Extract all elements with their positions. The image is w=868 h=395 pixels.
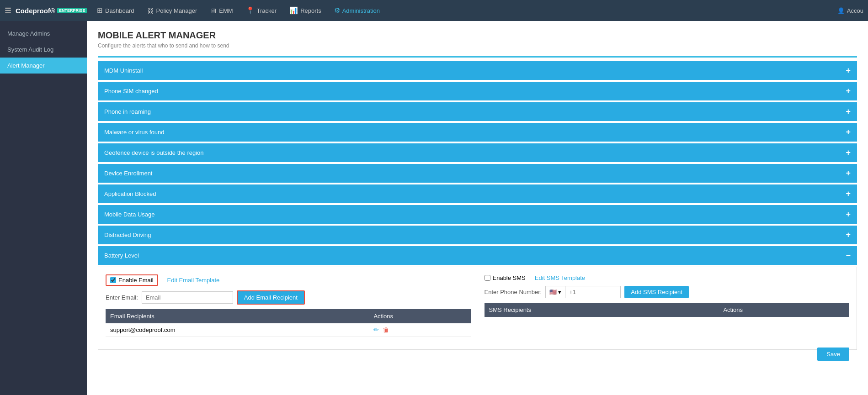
sidebar-item-manage-admins[interactable]: Manage Admins: [0, 26, 87, 42]
emm-icon: 🖥: [210, 7, 217, 15]
alert-phone-in-roaming[interactable]: Phone in roaming +: [98, 102, 857, 121]
nav-label-dashboard: Dashboard: [105, 7, 134, 14]
sidebar-label-alert-manager: Alert Manager: [7, 62, 45, 69]
top-border: [98, 56, 857, 58]
enable-email-text: Enable Email: [118, 277, 154, 284]
nav-item-reports[interactable]: 📊 Reports: [284, 4, 327, 17]
enable-sms-label[interactable]: Enable SMS: [485, 274, 526, 281]
alert-malware-virus[interactable]: Malware or virus found +: [98, 123, 857, 142]
administration-icon: ⚙: [334, 6, 340, 15]
alert-distracted-driving[interactable]: Distracted Driving +: [98, 226, 857, 244]
enable-email-label[interactable]: Enable Email: [106, 274, 158, 286]
nav-item-policy-manager[interactable]: ⛓ Policy Manager: [142, 4, 203, 17]
edit-email-template-link[interactable]: Edit Email Template: [167, 277, 220, 284]
sms-recipients-header: SMS Recipients: [485, 303, 719, 317]
enter-phone-label: Enter Phone Number:: [485, 289, 542, 295]
alert-geofence[interactable]: Geofence device is outside the region +: [98, 143, 857, 162]
account-area[interactable]: 👤 Accou: [837, 7, 863, 14]
expand-icon-geofence: +: [846, 148, 851, 158]
alert-battery-level[interactable]: Battery Level −: [98, 246, 857, 265]
expand-icon-phone-sim-changed: +: [846, 86, 851, 96]
sidebar-item-system-audit-log[interactable]: System Audit Log: [0, 42, 87, 58]
nav-item-tracker[interactable]: 📍 Tracker: [240, 4, 282, 17]
enter-email-label: Enter Email:: [106, 294, 138, 301]
nav-label-emm: EMM: [219, 7, 233, 14]
save-button[interactable]: Save: [817, 348, 849, 361]
expand-icon-malware-virus: +: [846, 127, 851, 137]
sidebar-label-manage-admins: Manage Admins: [7, 30, 50, 37]
add-email-recipient-button[interactable]: Add Email Recipient: [237, 290, 305, 305]
edit-sms-template-link[interactable]: Edit SMS Template: [535, 274, 585, 281]
hamburger-icon[interactable]: ☰: [5, 6, 11, 15]
alert-device-enrollment[interactable]: Device Enrollment +: [98, 164, 857, 183]
enter-phone-row: Enter Phone Number: 🇺🇸 ▾ Add SMS Recipie…: [485, 286, 850, 298]
enable-row-email: Enable Email Edit Email Template: [106, 274, 471, 286]
email-recipients-table: Email Recipients Actions support@codepro…: [106, 309, 471, 337]
sms-actions-header: Actions: [719, 303, 849, 317]
logo-area: ☰ Codeproof® ENTERPRISE: [5, 6, 91, 15]
reports-icon: 📊: [289, 6, 298, 15]
recipient-email: support@codeproof.com: [106, 323, 369, 337]
alert-label-phone-in-roaming: Phone in roaming: [104, 108, 151, 115]
recipient-actions: ✏ 🗑: [369, 323, 470, 337]
enable-email-checkbox[interactable]: [110, 277, 116, 283]
sidebar-label-system-audit-log: System Audit Log: [7, 46, 53, 53]
nav-item-dashboard[interactable]: ⊞ Dashboard: [91, 4, 140, 17]
sms-recipients-table: SMS Recipients Actions: [485, 303, 850, 317]
enable-row-sms: Enable SMS Edit SMS Template: [485, 274, 850, 281]
dashboard-icon: ⊞: [97, 6, 103, 15]
alert-mobile-data-usage[interactable]: Mobile Data Usage +: [98, 205, 857, 224]
nav-item-emm[interactable]: 🖥 EMM: [204, 4, 238, 17]
email-table-header-row: Email Recipients Actions: [106, 309, 471, 323]
main-content: MOBILE ALERT MANAGER Configure the alert…: [87, 21, 868, 395]
expand-icon-device-enrollment: +: [846, 169, 851, 178]
expand-icon-application-blocked: +: [846, 189, 851, 199]
enterprise-badge: ENTERPRISE: [57, 8, 87, 13]
enter-email-row: Enter Email: Add Email Recipient: [106, 290, 471, 305]
expand-icon-mobile-data-usage: +: [846, 210, 851, 219]
layout: Manage Admins System Audit Log Alert Man…: [0, 21, 868, 395]
two-column-layout: Enable Email Edit Email Template Enter E…: [106, 274, 849, 337]
delete-recipient-icon[interactable]: 🗑: [383, 326, 389, 333]
add-sms-recipient-button[interactable]: Add SMS Recipient: [624, 286, 689, 298]
email-actions-header: Actions: [369, 309, 470, 323]
top-nav: ☰ Codeproof® ENTERPRISE ⊞ Dashboard ⛓ Po…: [0, 0, 868, 21]
policy-manager-icon: ⛓: [147, 7, 154, 15]
sms-col: Enable SMS Edit SMS Template Enter Phone…: [485, 274, 850, 337]
alert-label-battery-level: Battery Level: [104, 252, 139, 259]
email-recipients-header: Email Recipients: [106, 309, 369, 323]
alert-mdm-uninstall[interactable]: MDM Uninstall +: [98, 61, 857, 80]
sms-table-header-row: SMS Recipients Actions: [485, 303, 850, 317]
country-flag-icon: 🇺🇸: [549, 289, 557, 295]
email-recipient-row: support@codeproof.com ✏ 🗑: [106, 323, 471, 337]
sidebar-item-alert-manager[interactable]: Alert Manager: [0, 58, 87, 74]
alert-label-geofence: Geofence device is outside the region: [104, 149, 204, 156]
country-flag-selector[interactable]: 🇺🇸 ▾: [546, 286, 565, 298]
app-logo: Codeproof®: [16, 7, 55, 15]
alert-label-malware-virus: Malware or virus found: [104, 129, 165, 136]
nav-label-tracker: Tracker: [257, 7, 277, 14]
sidebar: Manage Admins System Audit Log Alert Man…: [0, 21, 87, 395]
phone-input[interactable]: [565, 286, 620, 298]
email-input[interactable]: [142, 291, 233, 304]
expand-icon-distracted-driving: +: [846, 230, 851, 240]
email-col: Enable Email Edit Email Template Enter E…: [106, 274, 471, 337]
enable-sms-checkbox[interactable]: [485, 275, 490, 281]
account-icon: 👤: [837, 7, 845, 14]
page-subtitle: Configure the alerts that who to send an…: [98, 42, 857, 49]
nav-item-administration[interactable]: ⚙ Administration: [329, 4, 385, 17]
page-title: MOBILE ALERT MANAGER: [98, 30, 857, 41]
account-label: Accou: [847, 7, 863, 14]
alert-label-distracted-driving: Distracted Driving: [104, 232, 151, 238]
alert-label-phone-sim-changed: Phone SIM changed: [104, 88, 158, 95]
alert-label-mdm-uninstall: MDM Uninstall: [104, 67, 143, 74]
alert-application-blocked[interactable]: Application Blocked +: [98, 184, 857, 203]
expand-icon-phone-in-roaming: +: [846, 107, 851, 116]
phone-input-group: 🇺🇸 ▾: [545, 286, 621, 298]
tracker-icon: 📍: [246, 6, 255, 15]
nav-label-reports: Reports: [300, 7, 321, 14]
alert-label-application-blocked: Application Blocked: [104, 190, 156, 197]
edit-recipient-icon[interactable]: ✏: [373, 326, 379, 333]
nav-items: ⊞ Dashboard ⛓ Policy Manager 🖥 EMM 📍 Tra…: [91, 4, 837, 17]
alert-phone-sim-changed[interactable]: Phone SIM changed +: [98, 82, 857, 100]
